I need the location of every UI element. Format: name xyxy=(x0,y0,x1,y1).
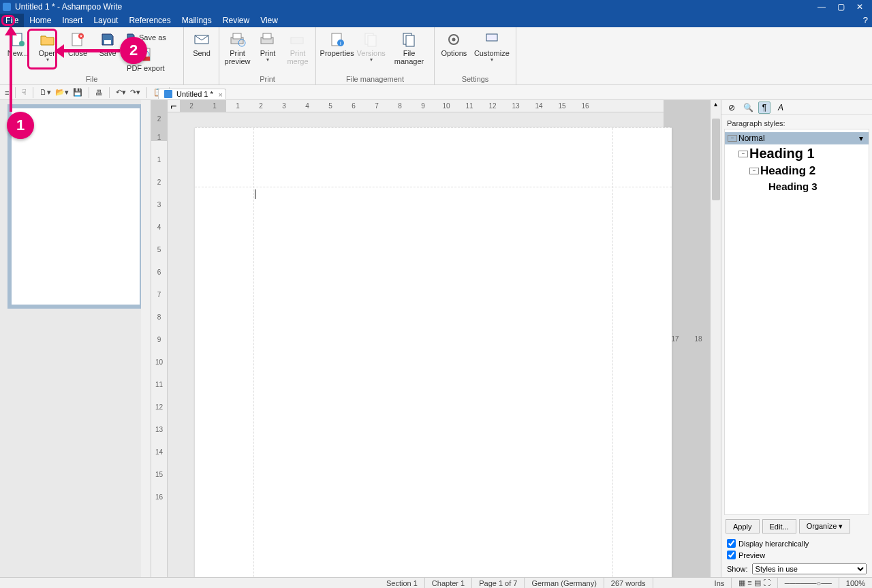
window-title: Untitled 1 * - Ashampoo Write xyxy=(15,2,812,12)
save-button[interactable]: Save xyxy=(93,30,123,59)
qat-undo-icon[interactable]: ↶▾ xyxy=(114,88,128,97)
print-merge-icon xyxy=(288,31,307,48)
document-tab[interactable]: Untitled 1 * × xyxy=(158,89,226,99)
menu-home[interactable]: Home xyxy=(24,14,57,27)
status-chapter[interactable]: Chapter 1 xyxy=(425,578,472,588)
gear-icon xyxy=(444,31,463,48)
status-section[interactable]: Section 1 xyxy=(379,578,425,588)
menu-view[interactable]: View xyxy=(255,14,283,27)
annotation-callout-1: 1 xyxy=(7,112,34,139)
options-button[interactable]: Options xyxy=(437,30,471,59)
forbid-icon[interactable]: ⊘ xyxy=(726,102,738,114)
hruler-mark: 11 xyxy=(458,102,481,110)
hruler-mark: 1 xyxy=(226,102,249,110)
zoom-slider[interactable]: ──────○── xyxy=(778,578,839,588)
vertical-ruler[interactable]: 2 1 1 2 3 4 5 6 7 8 9 10 11 12 13 14 15 … xyxy=(151,100,168,577)
status-zoom[interactable]: 100% xyxy=(839,579,872,587)
versions-icon xyxy=(362,31,381,48)
hruler-mark: 9 xyxy=(411,102,435,110)
customize-button[interactable]: Customize ▾ xyxy=(471,30,513,64)
versions-button[interactable]: Versions ▾ xyxy=(355,30,387,64)
svg-rect-20 xyxy=(406,35,414,46)
help-icon[interactable]: ? xyxy=(863,15,868,25)
document-page[interactable] xyxy=(195,127,672,577)
edit-style-button[interactable]: Edit... xyxy=(762,519,796,533)
file-manager-button[interactable]: File manager xyxy=(387,30,431,67)
menu-mailings[interactable]: Mailings xyxy=(176,14,217,27)
print-preview-button[interactable]: Print preview xyxy=(222,30,253,67)
menu-insert[interactable]: Insert xyxy=(57,14,88,27)
work-area: 2 1 1 2 3 4 5 6 7 8 9 10 11 12 13 14 15 … xyxy=(0,100,872,577)
status-wordcount[interactable]: 267 words xyxy=(604,578,653,588)
qat-print-icon[interactable]: 🖶 xyxy=(93,89,105,97)
vruler-mark: 6 xyxy=(151,253,167,276)
status-page[interactable]: Page 1 of 7 xyxy=(472,578,525,588)
close-tab-icon[interactable]: × xyxy=(218,91,222,99)
annotation-callout-2: 2 xyxy=(120,37,147,64)
search-icon[interactable]: 🔍 xyxy=(742,102,754,114)
qat-touch-icon[interactable]: ☟ xyxy=(20,88,29,97)
title-bar: Untitled 1 * - Ashampoo Write — ▢ ✕ xyxy=(0,0,872,14)
status-ins[interactable]: Ins xyxy=(708,578,732,588)
qat-redo-icon[interactable]: ↷▾ xyxy=(128,88,142,97)
status-language[interactable]: German (Germany) xyxy=(525,578,604,588)
maximize-button[interactable]: ▢ xyxy=(831,2,850,12)
close-window-button[interactable]: ✕ xyxy=(850,2,869,12)
menu-references[interactable]: References xyxy=(123,14,176,27)
horizontal-ruler[interactable]: ⌐ 2 1 1 2 3 4 5 6 7 8 9 10 11 12 13 14 1… xyxy=(168,100,710,112)
qat-save-icon[interactable]: 💾 xyxy=(71,88,84,97)
vruler-mark: 13 xyxy=(151,411,167,433)
menu-review[interactable]: Review xyxy=(217,14,255,27)
send-button[interactable]: Send xyxy=(187,30,217,59)
hruler-mark: 5 xyxy=(319,102,342,110)
annotation-arrow-2-line xyxy=(61,49,120,52)
style-heading3[interactable]: Heading 3 xyxy=(725,179,869,194)
properties-icon: i xyxy=(328,31,347,48)
print-merge-button[interactable]: Print merge xyxy=(283,30,313,67)
view-mode-icons[interactable]: ▦ ≡ ▤ ⛶ xyxy=(732,578,778,588)
checkbox-hierarchical[interactable]: Display hierarchically xyxy=(721,538,872,549)
svg-rect-23 xyxy=(486,34,497,41)
paragraph-style-icon[interactable]: ¶ xyxy=(758,102,770,114)
vruler-mark: 2 xyxy=(151,100,167,123)
vruler-mark: 3 xyxy=(151,186,167,208)
editor-scrollbar[interactable]: ▴ xyxy=(710,100,721,577)
svg-point-22 xyxy=(452,38,456,42)
svg-point-1 xyxy=(19,41,25,46)
group-label-file: File xyxy=(0,75,183,84)
menu-file[interactable]: File xyxy=(0,14,24,27)
annotation-arrow-1-line xyxy=(10,27,12,112)
styles-pane-toolbar: ⊘ 🔍 ¶ A xyxy=(721,100,872,115)
thumbnail-scrollbar[interactable] xyxy=(141,100,151,577)
close-button[interactable]: Close xyxy=(63,30,93,59)
tree-collapse-icon[interactable]: − xyxy=(738,151,748,157)
send-icon xyxy=(192,31,211,48)
hruler-mark: 8 xyxy=(388,102,411,110)
status-bar: Section 1 Chapter 1 Page 1 of 7 German (… xyxy=(0,577,872,588)
hruler-mark: 6 xyxy=(342,102,365,110)
vruler-mark: 5 xyxy=(151,231,167,253)
svg-rect-13 xyxy=(291,37,303,44)
properties-button[interactable]: i Properties xyxy=(319,30,355,59)
hruler-mark: 12 xyxy=(481,102,504,110)
tree-collapse-icon[interactable]: − xyxy=(728,135,737,142)
tree-collapse-icon[interactable]: − xyxy=(749,168,759,174)
qat-open-icon[interactable]: 📂▾ xyxy=(53,88,71,97)
vruler-mark: 9 xyxy=(151,321,167,343)
menu-layout[interactable]: Layout xyxy=(88,14,123,27)
style-heading2[interactable]: − Heading 2 xyxy=(725,163,869,179)
show-styles-select[interactable]: Styles in use xyxy=(752,563,867,574)
style-normal[interactable]: − Normal ▾ xyxy=(725,132,869,144)
annotation-arrow-1-head xyxy=(5,26,17,35)
hruler-mark: 2 xyxy=(249,102,272,110)
qat-new-icon[interactable]: 🗋▾ xyxy=(37,88,53,97)
style-heading1[interactable]: − Heading 1 xyxy=(725,144,869,163)
vruler-mark: 15 xyxy=(151,456,167,478)
apply-style-button[interactable]: Apply xyxy=(726,519,760,533)
chevron-down-icon[interactable]: ▾ xyxy=(859,134,866,143)
print-button[interactable]: Print ▾ xyxy=(253,30,283,64)
checkbox-preview[interactable]: Preview xyxy=(721,549,872,561)
char-style-icon[interactable]: A xyxy=(775,102,787,114)
organize-styles-button[interactable]: Organize ▾ xyxy=(799,519,851,533)
minimize-button[interactable]: — xyxy=(812,2,831,12)
